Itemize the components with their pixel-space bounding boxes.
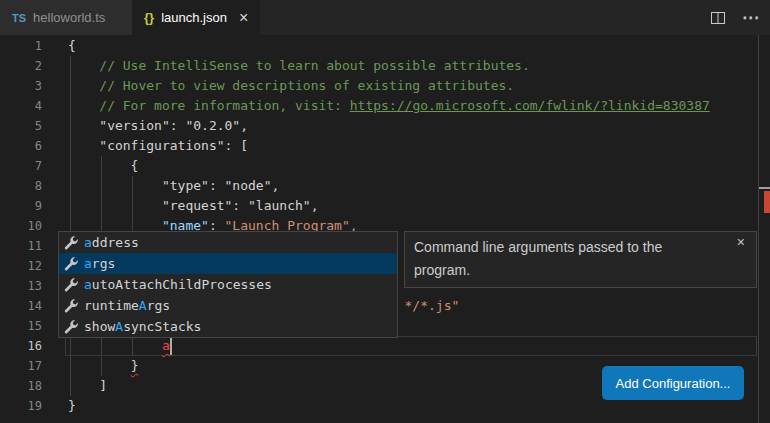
intellisense-suggest-widget: addressargsautoAttachChildProcessesrunti… — [58, 231, 398, 338]
code-line-16[interactable]: 16 a — [0, 336, 770, 356]
wrench-icon — [63, 235, 79, 251]
line-number: 13 — [0, 276, 42, 296]
line-number: 12 — [0, 256, 42, 276]
code-line-1[interactable]: 1{ — [0, 36, 770, 56]
suggestion-label-part: runtime — [84, 298, 139, 313]
suggest-docs-text: Command line arguments passed to the pro… — [414, 236, 706, 282]
line-number: 11 — [0, 236, 42, 256]
code-text: // Hover to view descriptions of existin… — [68, 76, 514, 96]
code-segment: { — [68, 158, 138, 173]
code-text: "request": "launch", — [68, 196, 318, 216]
code-text: } — [68, 396, 76, 416]
tab-label: launch.json — [161, 10, 227, 25]
suggestion-label-part: syncStacks — [123, 319, 201, 334]
add-configuration-button[interactable]: Add Configuration... — [602, 366, 744, 400]
code-segment — [68, 358, 131, 373]
line-number: 18 — [0, 376, 42, 396]
code-segment: */*.js" — [405, 298, 460, 313]
close-tab-icon[interactable]: × — [239, 10, 248, 26]
wrench-icon — [63, 277, 79, 293]
code-segment[interactable]: https://go.microsoft.com/fwlink/?linkid=… — [350, 98, 710, 113]
editor-actions: ⋯ — [710, 0, 760, 35]
json-file-icon: {} — [144, 10, 154, 25]
suggestion-autoAttachChildProcesses[interactable]: autoAttachChildProcesses — [59, 274, 397, 295]
code-segment: } — [131, 358, 139, 373]
code-segment: // Use IntelliSense to learn about possi… — [68, 58, 530, 73]
split-editor-icon[interactable] — [710, 10, 726, 26]
overview-ruler-border — [758, 35, 759, 423]
tab-helloworld-ts[interactable]: TS helloworld.ts — [0, 0, 132, 35]
line-number: 16 — [0, 336, 42, 356]
code-text: "version": "0.2.0", — [68, 116, 248, 136]
wrench-icon — [63, 319, 79, 335]
tab-label: helloworld.ts — [33, 10, 105, 25]
code-segment: "configurations": [ — [68, 138, 248, 153]
code-line-9[interactable]: 9 "request": "launch", — [0, 196, 770, 216]
code-line-8[interactable]: 8 "type": "node", — [0, 176, 770, 196]
line-number: 9 — [0, 196, 42, 216]
line-number: 5 — [0, 116, 42, 136]
line-number: 17 — [0, 356, 42, 376]
code-segment: "request": "launch", — [68, 198, 318, 213]
suggestion-args[interactable]: args — [59, 253, 397, 274]
code-text: // Use IntelliSense to learn about possi… — [68, 56, 530, 76]
line-number: 2 — [0, 56, 42, 76]
suggestion-showAsyncStacks[interactable]: showAsyncStacks — [59, 316, 397, 337]
line-number: 6 — [0, 136, 42, 156]
code-text: a — [68, 336, 170, 356]
line-number: 10 — [0, 216, 42, 236]
code-segment: { — [68, 38, 76, 53]
line-number: 8 — [0, 176, 42, 196]
code-segment: ] — [68, 378, 107, 393]
code-line-3[interactable]: 3 // Hover to view descriptions of exist… — [0, 76, 770, 96]
suggestion-label-part: rgs — [92, 256, 115, 271]
code-text: // For more information, visit: https://… — [68, 96, 710, 116]
close-docs-icon[interactable]: × — [737, 234, 745, 250]
suggestion-label-part: utoAttachChildProcesses — [92, 277, 272, 292]
suggestion-label-part: A — [139, 298, 147, 313]
wrench-icon — [63, 256, 79, 272]
suggestion-label-part: a — [84, 256, 92, 271]
code-segment: "type": "node", — [68, 178, 279, 193]
code-text: "configurations": [ — [68, 136, 248, 156]
line-number: 4 — [0, 96, 42, 116]
code-text: "type": "node", — [68, 176, 279, 196]
code-text: } — [68, 356, 138, 376]
code-line-7[interactable]: 7 { — [0, 156, 770, 176]
tab-launch-json[interactable]: {} launch.json × — [132, 0, 260, 35]
overview-ruler-error-mark — [764, 191, 770, 213]
code-line-4[interactable]: 4 // For more information, visit: https:… — [0, 96, 770, 116]
suggestion-label-part: a — [84, 235, 92, 250]
code-text: { — [68, 156, 138, 176]
code-segment: // For more information, visit: — [68, 98, 350, 113]
code-text: ] — [68, 376, 107, 396]
code-segment: a — [162, 338, 170, 353]
suggestion-label-part: ddress — [92, 235, 139, 250]
suggestion-runtimeArgs[interactable]: runtimeArgs — [59, 295, 397, 316]
line-number: 7 — [0, 156, 42, 176]
code-segment: "version": "0.2.0", — [68, 118, 248, 133]
typescript-file-icon: TS — [12, 12, 26, 24]
code-line-6[interactable]: 6 "configurations": [ — [0, 136, 770, 156]
line-number: 19 — [0, 396, 42, 416]
suggestion-label-part: a — [84, 277, 92, 292]
suggest-docs-panel: Command line arguments passed to the pro… — [404, 231, 757, 288]
code-text: { — [68, 36, 76, 56]
suggestion-address[interactable]: address — [59, 232, 397, 253]
text-cursor — [170, 338, 172, 355]
code-segment — [68, 338, 162, 353]
line-number: 1 — [0, 36, 42, 56]
code-line-5[interactable]: 5 "version": "0.2.0", — [0, 116, 770, 136]
line-number: 3 — [0, 76, 42, 96]
wrench-icon — [63, 298, 79, 314]
more-actions-icon[interactable]: ⋯ — [742, 7, 760, 28]
code-area: 1{2 // Use IntelliSense to learn about p… — [0, 36, 770, 416]
line-number: 15 — [0, 316, 42, 336]
suggestion-label-part: A — [115, 319, 123, 334]
suggestion-label-part: show — [84, 319, 115, 334]
suggestion-label-part: rgs — [147, 298, 170, 313]
tab-bar: TS helloworld.ts {} launch.json × ⋯ — [0, 0, 770, 35]
code-line-2[interactable]: 2 // Use IntelliSense to learn about pos… — [0, 56, 770, 76]
editor[interactable]: 1{2 // Use IntelliSense to learn about p… — [0, 35, 770, 423]
overview-ruler-cursor-mark — [759, 187, 770, 189]
